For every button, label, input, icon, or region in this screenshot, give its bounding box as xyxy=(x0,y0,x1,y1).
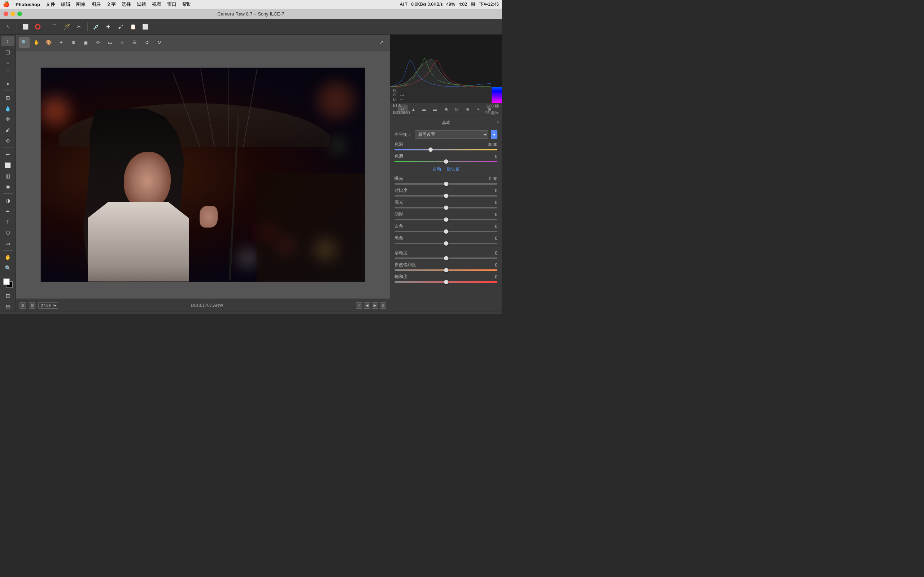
next-image-button[interactable]: ▶ xyxy=(372,302,378,309)
highlights-slider-thumb[interactable] xyxy=(444,206,448,210)
clarity-slider-track[interactable] xyxy=(394,258,498,259)
filter-icon[interactable]: ▽ xyxy=(356,302,362,309)
zoom-fit-button[interactable]: ⊞ xyxy=(19,302,26,309)
tool-heal-left[interactable]: ✜ xyxy=(2,114,15,124)
foreground-color-swatch[interactable] xyxy=(3,279,10,285)
tool-marquee-ellipse[interactable]: ⭕ xyxy=(32,21,43,32)
tool-eraser-left[interactable]: ⬜ xyxy=(2,160,15,170)
panel-options-button[interactable]: ≡ xyxy=(497,120,499,124)
shadows-slider-thumb[interactable] xyxy=(444,218,448,222)
default-button[interactable]: 默认值 xyxy=(447,166,460,172)
temp-slider-thumb[interactable] xyxy=(428,148,433,152)
tool-zoom[interactable]: 🔍 xyxy=(2,263,15,273)
clarity-slider-thumb[interactable] xyxy=(444,256,448,260)
prev-image-button[interactable]: ◀ xyxy=(364,302,370,309)
tool-lasso[interactable]: ⌒ xyxy=(49,21,60,32)
tool-eyedrop-left[interactable]: 💧 xyxy=(2,103,15,114)
saturation-slider-thumb[interactable] xyxy=(444,280,448,284)
cr-tool-spot-removal[interactable]: ○ xyxy=(117,37,128,48)
shadows-slider-track[interactable] xyxy=(394,219,498,220)
contrast-slider-thumb[interactable] xyxy=(444,193,448,198)
tool-crop-left[interactable]: ⊞ xyxy=(2,93,15,103)
cr-tool-zoom[interactable]: 🔍 xyxy=(19,37,30,48)
wb-dropdown-arrow[interactable]: ▼ xyxy=(491,130,498,139)
saturation-slider-track[interactable] xyxy=(394,281,498,283)
cr-tool-red-eye[interactable]: ☰ xyxy=(129,37,140,48)
maximize-button[interactable] xyxy=(17,11,22,16)
tint-slider-track[interactable] xyxy=(394,161,498,162)
menu-filter[interactable]: 滤镜 xyxy=(137,1,146,8)
tool-quick-mask[interactable]: ⊡ xyxy=(2,291,15,301)
exposure-slider-thumb[interactable] xyxy=(444,182,448,186)
cr-tool-grad-filter[interactable]: ↻ xyxy=(154,37,165,48)
tool-marquee-rect[interactable]: ⬜ xyxy=(20,21,31,32)
tool-eyedropper[interactable]: 💉 xyxy=(90,21,102,32)
vibrance-slider-thumb[interactable] xyxy=(444,268,448,272)
tool-crop[interactable]: ✂ xyxy=(74,21,84,32)
tool-brush-left[interactable]: 🖌 xyxy=(2,125,15,135)
close-button[interactable] xyxy=(3,11,8,16)
menu-select[interactable]: 选择 xyxy=(122,1,131,8)
whites-slider-track[interactable] xyxy=(394,231,498,232)
cr-tool-hand[interactable]: ✋ xyxy=(31,37,42,48)
tool-clone[interactable]: 📋 xyxy=(128,21,138,32)
zoom-select[interactable]: 27.5% xyxy=(38,302,58,309)
blacks-slider-track[interactable] xyxy=(394,243,498,244)
exposure-slider-track[interactable] xyxy=(394,183,498,185)
color-swatches[interactable] xyxy=(3,279,13,287)
wb-select[interactable]: 原照设置 xyxy=(415,130,488,139)
blacks-slider-thumb[interactable] xyxy=(444,241,448,246)
highlights-slider-track[interactable] xyxy=(394,207,498,208)
menu-view[interactable]: 视图 xyxy=(152,1,162,8)
tool-healing[interactable]: ✚ xyxy=(103,21,114,32)
cr-tool-export[interactable]: ↗ xyxy=(376,37,387,48)
tool-text[interactable]: T xyxy=(2,217,15,227)
tool-eraser[interactable]: ⬜ xyxy=(140,21,150,32)
menu-help[interactable]: 帮助 xyxy=(182,1,192,8)
vibrance-slider-track[interactable] xyxy=(394,269,498,271)
highlights-label: 高光 xyxy=(394,200,403,206)
tool-clone-left[interactable]: ⊕ xyxy=(2,135,15,146)
tool-lasso-left[interactable]: ⌒ xyxy=(2,68,15,78)
temp-slider-track[interactable] xyxy=(394,149,498,150)
cr-tool-targeted-adj[interactable]: ⊕ xyxy=(68,37,79,48)
tool-dodge[interactable]: ◑ xyxy=(2,195,15,206)
tool-quick-sel[interactable]: ✦ xyxy=(2,79,15,89)
tool-shape[interactable]: ▭ xyxy=(2,239,15,248)
menu-file[interactable]: 文件 xyxy=(46,1,55,8)
tool-hand[interactable]: ✋ xyxy=(2,252,15,262)
tool-move-vertical[interactable]: ↕ xyxy=(2,36,15,46)
menu-image[interactable]: 图像 xyxy=(76,1,86,8)
tool-screen-mode[interactable]: ⊟ xyxy=(2,301,15,311)
cr-tool-adj-brush[interactable]: ↺ xyxy=(142,37,152,48)
tool-history[interactable]: ↩ xyxy=(2,150,15,160)
tool-brush[interactable]: 🖌 xyxy=(115,21,126,32)
minimize-button[interactable] xyxy=(10,11,15,16)
tool-rect-select[interactable]: ▢ xyxy=(2,47,15,57)
tool-blur[interactable]: ◉ xyxy=(2,182,15,192)
cr-tool-straighten[interactable]: ⊘ xyxy=(92,37,103,48)
apple-menu[interactable]: 🍎 xyxy=(3,1,10,8)
tool-pen[interactable]: ✒ xyxy=(2,206,15,216)
cr-tool-crop[interactable]: ▣ xyxy=(80,37,91,48)
contrast-slider-track[interactable] xyxy=(394,195,498,197)
cr-tool-transform[interactable]: ▭ xyxy=(105,37,115,48)
zoom-fill-button[interactable]: ⊟ xyxy=(29,302,36,309)
auto-button[interactable]: 自动 xyxy=(432,166,441,172)
tool-path[interactable]: ⬡ xyxy=(2,227,15,238)
tool-ellipse-select[interactable]: ○ xyxy=(2,57,15,68)
menu-edit[interactable]: 编辑 xyxy=(61,1,70,8)
cr-tool-color-sampler[interactable]: ✦ xyxy=(56,37,66,48)
tool-gradient[interactable]: ▥ xyxy=(2,171,15,181)
menu-text[interactable]: 文字 xyxy=(107,1,116,8)
grid-view-button[interactable]: ⊞ xyxy=(380,302,386,309)
tool-quick-select[interactable]: 🪄 xyxy=(61,21,72,32)
temp-value: 3900 xyxy=(483,142,498,147)
tint-slider-thumb[interactable] xyxy=(444,160,448,164)
whites-slider-thumb[interactable] xyxy=(444,229,448,234)
tool-move[interactable]: ↖ xyxy=(3,21,14,32)
app-name[interactable]: Photoshop xyxy=(16,2,40,7)
cr-tool-wb[interactable]: 🎨 xyxy=(43,37,54,48)
menu-layer[interactable]: 图层 xyxy=(91,1,101,8)
menu-window[interactable]: 窗口 xyxy=(167,1,176,8)
